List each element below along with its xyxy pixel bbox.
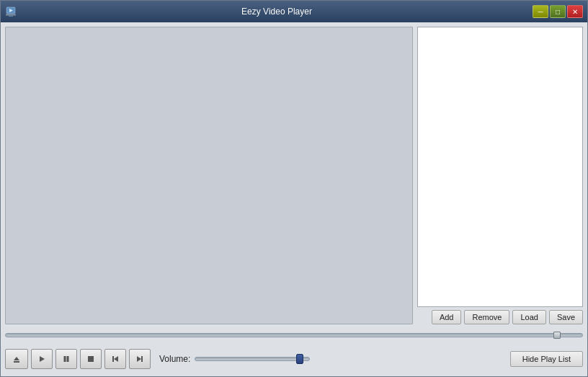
eject-button[interactable] [5,349,28,369]
app-icon [5,6,17,17]
video-panel [5,27,413,324]
window-controls: ─ □ ✕ [533,5,583,18]
svg-marker-10 [114,356,118,362]
playlist-list [417,27,583,307]
svg-marker-12 [137,356,141,362]
maximize-button[interactable]: □ [550,5,566,18]
stop-button[interactable] [80,349,102,369]
volume-thumb [296,354,303,364]
load-button[interactable]: Load [512,310,545,324]
seek-bar-row [5,329,583,342]
playlist-buttons: Add Remove Load Save [417,310,583,324]
save-button[interactable]: Save [549,310,583,324]
svg-rect-3 [9,16,13,17]
seek-thumb [553,332,561,339]
svg-rect-7 [64,356,66,362]
svg-rect-13 [141,356,143,362]
seek-bar[interactable] [5,333,583,337]
close-button[interactable]: ✕ [567,5,583,18]
title-bar: Eezy Video Player ─ □ ✕ [1,1,587,22]
svg-marker-6 [40,356,45,362]
svg-rect-11 [112,356,114,362]
svg-rect-2 [6,14,16,16]
window-body: Add Remove Load Save [1,22,587,376]
main-area: Add Remove Load Save [5,27,583,324]
add-button[interactable]: Add [432,310,462,324]
svg-rect-8 [67,356,69,362]
playlist-panel: Add Remove Load Save [417,27,583,324]
prev-button[interactable] [104,349,126,369]
pause-button[interactable] [55,349,77,369]
remove-button[interactable]: Remove [464,310,509,324]
volume-slider[interactable] [195,357,310,361]
volume-area: Volume: [159,354,310,364]
main-window: Eezy Video Player ─ □ ✕ Add Remove Load … [0,0,588,377]
hide-playlist-button[interactable]: Hide Play List [510,351,583,367]
play-button[interactable] [31,349,53,369]
volume-label: Volume: [159,354,190,364]
controls-row: Volume: Hide Play List [5,346,583,372]
svg-rect-9 [88,356,94,362]
next-button[interactable] [129,349,151,369]
minimize-button[interactable]: ─ [533,5,548,18]
window-title: Eezy Video Player [21,6,533,17]
svg-rect-5 [14,361,19,363]
svg-marker-4 [14,357,19,360]
